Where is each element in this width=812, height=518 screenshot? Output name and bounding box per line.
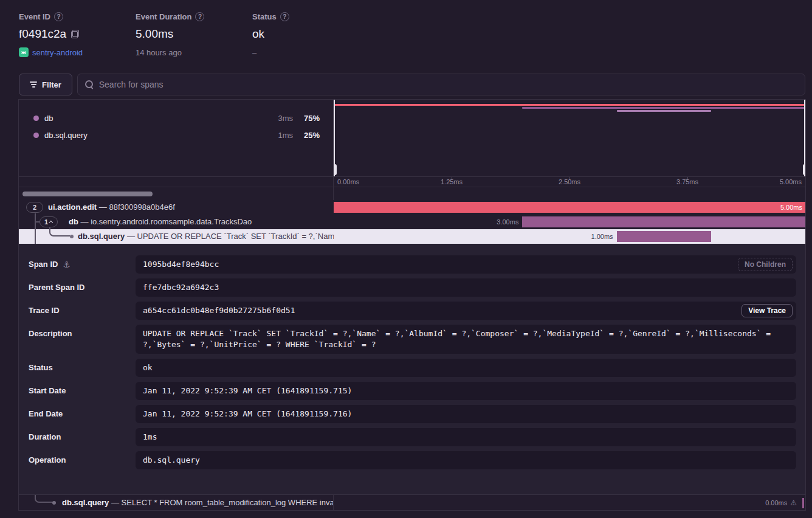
separator: — bbox=[111, 498, 119, 507]
copy-icon[interactable] bbox=[71, 30, 79, 38]
chevron-up-icon bbox=[49, 220, 53, 224]
detail-row-end-date: End Date Jan 11, 2022 9:52:39 AM CET (16… bbox=[29, 405, 796, 423]
minimap-left-handle[interactable] bbox=[334, 100, 335, 176]
axis-tick: 3.75ms bbox=[676, 178, 698, 185]
span-op: db bbox=[69, 217, 78, 226]
legend-op: db bbox=[44, 114, 266, 123]
duration-value: 1ms bbox=[136, 428, 796, 446]
minimap-span-line bbox=[334, 104, 805, 106]
duration-label: Duration bbox=[29, 428, 61, 446]
parent-span-id-label: Parent Span ID bbox=[29, 278, 84, 297]
minimap-section: db 3ms 75% db.sql.query 1ms 25% bbox=[19, 100, 805, 176]
search-input[interactable] bbox=[99, 80, 797, 89]
legend-item-db-sql-query[interactable]: db.sql.query 1ms 25% bbox=[19, 126, 333, 143]
legend-dot-icon bbox=[33, 133, 39, 138]
status-row-value: ok bbox=[136, 359, 796, 377]
detail-row-status: Status ok bbox=[29, 359, 796, 377]
filter-icon bbox=[30, 81, 37, 88]
status-column: Status ? ok – bbox=[252, 11, 289, 58]
span-op: ui.action.edit bbox=[48, 202, 97, 212]
start-date-label: Start Date bbox=[29, 382, 66, 400]
span-row-select-query[interactable]: db.sql.query — SELECT * FROM room_table_… bbox=[19, 494, 805, 511]
axis-tick: 2.50ms bbox=[559, 178, 580, 185]
trace-panel: db 3ms 75% db.sql.query 1ms 25% bbox=[18, 99, 806, 511]
separator: — bbox=[81, 217, 89, 226]
warning-icon: ⚠ bbox=[790, 499, 797, 507]
end-date-value: Jan 11, 2022 9:52:39 AM CET (1641891159.… bbox=[136, 405, 796, 423]
separator: — bbox=[99, 202, 107, 212]
detail-row-trace-id: Trace ID a654cc61dc0b48ef9d0b27275b6f0d5… bbox=[29, 302, 796, 320]
filter-button[interactable]: Filter bbox=[19, 74, 72, 95]
span-bar bbox=[802, 498, 804, 508]
description-label: Description bbox=[29, 325, 72, 343]
status-label: Status bbox=[252, 12, 277, 21]
event-duration-ago: 14 hours ago bbox=[136, 48, 182, 57]
detail-row-description: Description UPDATE OR REPLACE `Track` SE… bbox=[29, 325, 796, 354]
event-duration-column: Event Duration ? 5.00ms 14 hours ago bbox=[136, 11, 252, 58]
legend-dot-icon bbox=[33, 116, 39, 121]
help-icon[interactable]: ? bbox=[280, 12, 289, 21]
start-date-value: Jan 11, 2022 9:52:39 AM CET (1641891159.… bbox=[136, 382, 796, 400]
span-row-db-sql-query-selected[interactable]: db.sql.query — UPDATE OR REPLACE `Track`… bbox=[19, 229, 805, 244]
span-duration: 1.00ms bbox=[334, 229, 613, 244]
minimap-right-handle[interactable] bbox=[804, 100, 805, 176]
axis-tick: 1.25ms bbox=[441, 178, 463, 185]
anchor-icon[interactable]: ⚓ bbox=[63, 255, 71, 274]
event-id-label: Event ID bbox=[19, 12, 50, 21]
span-search bbox=[77, 74, 805, 95]
no-children-button[interactable]: No Children bbox=[738, 258, 793, 271]
legend-op: db.sql.query bbox=[44, 131, 266, 140]
filter-button-label: Filter bbox=[42, 80, 61, 89]
minimap-span-line bbox=[522, 107, 805, 109]
tree-connector bbox=[49, 227, 70, 237]
span-bar[interactable] bbox=[522, 216, 805, 227]
span-duration: 3.00ms bbox=[334, 215, 518, 229]
operation-label: Operation bbox=[29, 451, 66, 469]
help-icon[interactable]: ? bbox=[54, 12, 63, 21]
detail-row-parent-span-id: Parent Span ID ffe7dbc92a6942c3 bbox=[29, 278, 796, 297]
span-row-ui-action-edit[interactable]: 2 ui.action.edit — 88f300998a0b4e6f 5.00… bbox=[19, 200, 805, 215]
span-children-badge[interactable]: 2 bbox=[26, 202, 43, 213]
span-bullet-icon bbox=[52, 501, 56, 505]
horizontal-scrollbar[interactable] bbox=[22, 192, 153, 196]
parent-span-id-value: ffe7dbc92a6942c3 bbox=[136, 278, 796, 297]
span-description: io.sentry.android.roomsample.data.Tracks… bbox=[91, 217, 252, 226]
end-date-label: End Date bbox=[29, 405, 63, 423]
description-value: UPDATE OR REPLACE `Track` SET `TrackId` … bbox=[136, 325, 796, 354]
span-bullet-icon bbox=[70, 235, 74, 238]
tree-connector bbox=[35, 213, 36, 244]
project-link[interactable]: sentry-android bbox=[32, 48, 83, 57]
ops-breakdown: db 3ms 75% db.sql.query 1ms 25% bbox=[19, 100, 334, 176]
span-id-label: Span ID bbox=[29, 255, 58, 274]
legend-item-db[interactable]: db 3ms 75% bbox=[19, 109, 333, 126]
legend-percent: 25% bbox=[293, 131, 320, 140]
status-value: ok bbox=[252, 27, 264, 41]
tree-connector bbox=[35, 495, 53, 503]
event-id-value: f0491c2a bbox=[19, 27, 66, 41]
event-duration-label: Event Duration bbox=[136, 12, 191, 21]
span-waterfall: 2 ui.action.edit — 88f300998a0b4e6f 5.00… bbox=[19, 200, 805, 244]
span-row-db[interactable]: 1 db — io.sentry.android.roomsample.data… bbox=[19, 215, 805, 229]
span-op: db.sql.query bbox=[78, 232, 125, 241]
time-axis-row: 0.00ms 1.25ms 2.50ms 3.75ms 5.00ms bbox=[19, 176, 805, 187]
event-duration-value: 5.00ms bbox=[136, 27, 173, 41]
status-row-label: Status bbox=[29, 359, 53, 377]
span-details-panel: Span ID ⚓ 1095bd4ef8e94bcc No Children P… bbox=[19, 244, 805, 494]
trace-minimap[interactable] bbox=[334, 100, 805, 176]
help-icon[interactable]: ? bbox=[195, 12, 204, 21]
minimap-span-line bbox=[617, 110, 711, 112]
legend-percent: 75% bbox=[293, 114, 320, 123]
axis-tick: 5.00ms bbox=[780, 178, 802, 185]
legend-duration: 1ms bbox=[266, 131, 293, 140]
legend-duration: 3ms bbox=[266, 114, 293, 123]
span-bar[interactable] bbox=[617, 231, 711, 242]
span-description: 88f300998a0b4e6f bbox=[109, 202, 174, 212]
event-id-column: Event ID ? f0491c2a sentry-android bbox=[19, 11, 136, 58]
span-bar[interactable]: 5.00ms bbox=[334, 202, 805, 213]
event-id-value-row: f0491c2a bbox=[19, 27, 136, 41]
span-id-value: 1095bd4ef8e94bcc bbox=[136, 255, 796, 274]
view-trace-button[interactable]: View Trace bbox=[741, 304, 793, 317]
detail-row-start-date: Start Date Jan 11, 2022 9:52:39 AM CET (… bbox=[29, 382, 796, 400]
span-collapse-badge[interactable]: 1 bbox=[40, 216, 58, 227]
span-duration: 0.00ms bbox=[765, 499, 787, 506]
